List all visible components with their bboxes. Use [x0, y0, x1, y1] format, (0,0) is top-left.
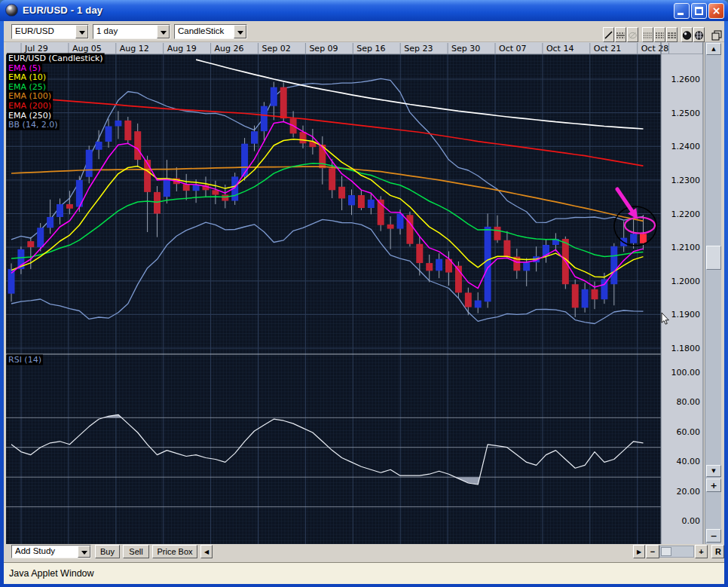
- sphere-checkered-button[interactable]: [693, 27, 705, 42]
- ellipse-tool-button-disabled: [627, 27, 638, 42]
- ellipse-disabled-icon: [628, 30, 638, 41]
- svg-text:Sep 09: Sep 09: [309, 44, 338, 54]
- symbol-select[interactable]: EUR/USD: [11, 24, 89, 39]
- svg-text:20.00: 20.00: [677, 487, 701, 497]
- chart-type-select[interactable]: CandleStick: [174, 24, 247, 39]
- sphere-checkered-icon: [694, 30, 704, 41]
- grid-density-2-icon: [655, 30, 665, 41]
- svg-text:EMA (25): EMA (25): [8, 82, 46, 92]
- line-draw-tool-button[interactable]: [603, 27, 614, 42]
- svg-text:1.1800: 1.1800: [671, 344, 701, 353]
- app-window: EUR/USD - 1 day × EUR/USD 1 day CandleSt…: [0, 0, 728, 587]
- grid-density-3-button[interactable]: [666, 27, 678, 42]
- grid-density-2-button[interactable]: [654, 27, 665, 42]
- svg-text:EMA (10): EMA (10): [8, 72, 46, 82]
- app-icon: [5, 4, 18, 17]
- chart-type-select-value: CandleStick: [178, 26, 224, 35]
- svg-text:Oct 07: Oct 07: [499, 44, 527, 54]
- status-text: Java Applet Window: [9, 568, 94, 579]
- svg-text:Oct 21: Oct 21: [594, 44, 622, 54]
- horizontal-lines-tool-button[interactable]: [615, 27, 626, 42]
- svg-text:Sep 02: Sep 02: [262, 44, 291, 54]
- svg-text:Sep 16: Sep 16: [356, 44, 385, 54]
- svg-text:40.00: 40.00: [677, 457, 701, 466]
- svg-text:1.2100: 1.2100: [671, 243, 701, 252]
- scroll-up-button[interactable]: ▲: [706, 43, 721, 55]
- bottom-toolbar: Add Study Buy Sell Price Box ◀ ▶ − + R: [4, 544, 724, 559]
- svg-text:1.2200: 1.2200: [671, 209, 701, 219]
- chart-type-dropdown-arrow-icon[interactable]: [234, 25, 246, 38]
- symbol-dropdown-arrow-icon[interactable]: [75, 25, 88, 38]
- svg-text:EUR/USD (Candlestick): EUR/USD (Candlestick): [8, 54, 103, 63]
- add-study-dropdown-arrow-icon[interactable]: [78, 546, 90, 558]
- zoom-in-horizontal-button[interactable]: +: [695, 545, 708, 558]
- horizontal-scroll-track[interactable]: [659, 546, 694, 558]
- status-bar: Java Applet Window: [4, 562, 724, 584]
- svg-text:1.2300: 1.2300: [671, 176, 701, 185]
- zoom-out-horizontal-button[interactable]: −: [646, 545, 659, 558]
- interval-dropdown-arrow-icon[interactable]: [157, 25, 170, 38]
- close-button[interactable]: ×: [708, 3, 724, 19]
- maximize-button[interactable]: [691, 3, 707, 19]
- sell-button[interactable]: Sell: [123, 545, 149, 558]
- sphere-dark-icon: [682, 30, 692, 41]
- buy-button[interactable]: Buy: [95, 545, 120, 558]
- grid-density-1-button[interactable]: [642, 27, 653, 42]
- svg-text:Jul 29: Jul 29: [24, 44, 48, 54]
- svg-text:1.1900: 1.1900: [671, 310, 701, 319]
- zoom-in-vertical-button[interactable]: +: [706, 478, 721, 492]
- svg-text:1.2500: 1.2500: [671, 109, 701, 118]
- minimize-button[interactable]: [674, 3, 690, 19]
- svg-text:EMA (200): EMA (200): [8, 101, 51, 111]
- interval-select[interactable]: 1 day: [93, 24, 170, 39]
- vertical-scroll-thumb[interactable]: [706, 246, 721, 270]
- date-axis: Jul 29Aug 05Aug 12Aug 19Aug 26Sep 02Sep …: [6, 42, 703, 54]
- svg-text:Sep 30: Sep 30: [451, 44, 480, 54]
- chart-area: Jul 29Aug 05Aug 12Aug 19Aug 26Sep 02Sep …: [4, 42, 724, 544]
- line-draw-icon: [604, 30, 613, 41]
- svg-text:Oct 28: Oct 28: [641, 44, 669, 54]
- price-axis[interactable]: 1.26001.25001.24001.23001.22001.21001.20…: [661, 42, 703, 544]
- horizontal-scroll-thumb[interactable]: [661, 547, 671, 556]
- svg-text:80.00: 80.00: [677, 397, 701, 407]
- status-area: Java Applet Window: [4, 559, 724, 584]
- svg-text:Aug 12: Aug 12: [120, 44, 149, 54]
- scroll-down-button[interactable]: ▼: [706, 465, 721, 477]
- titlebar[interactable]: EUR/USD - 1 day ×: [0, 0, 728, 21]
- svg-text:60.00: 60.00: [677, 427, 701, 437]
- svg-text:BB (14, 2.0): BB (14, 2.0): [8, 120, 58, 130]
- svg-text:Aug 19: Aug 19: [167, 44, 197, 54]
- vertical-scrollbar[interactable]: ▲ ▼ + −: [705, 42, 721, 544]
- svg-text:0.00: 0.00: [682, 516, 701, 526]
- maximize-icon: [695, 7, 703, 15]
- add-study-select[interactable]: Add Study: [11, 545, 91, 558]
- price-pane[interactable]: [6, 54, 661, 544]
- reset-view-button[interactable]: R: [711, 545, 724, 558]
- minimize-icon: [678, 13, 684, 15]
- svg-text:1.2400: 1.2400: [671, 142, 701, 151]
- grid-density-1-icon: [643, 30, 653, 41]
- pan-right-button[interactable]: ▶: [633, 545, 645, 558]
- svg-text:1.2600: 1.2600: [671, 75, 701, 84]
- cascade-windows-icon: [711, 29, 723, 41]
- svg-text:EMA (100): EMA (100): [8, 91, 51, 101]
- svg-text:Oct 14: Oct 14: [546, 44, 574, 54]
- toolbar: EUR/USD 1 day CandleStick: [4, 21, 724, 42]
- close-icon: ×: [712, 5, 721, 17]
- sphere-dark-button[interactable]: [681, 27, 693, 42]
- chart-svg[interactable]: Jul 29Aug 05Aug 12Aug 19Aug 26Sep 02Sep …: [4, 42, 705, 544]
- zoom-out-vertical-button[interactable]: −: [706, 529, 721, 543]
- svg-text:RSI (14): RSI (14): [8, 355, 41, 365]
- grid-density-3-icon: [667, 30, 677, 41]
- cascade-windows-button[interactable]: [709, 27, 724, 42]
- add-study-value: Add Study: [15, 546, 55, 555]
- svg-text:EMA (250): EMA (250): [8, 111, 51, 121]
- horizontal-lines-icon: [616, 30, 626, 41]
- svg-text:Aug 05: Aug 05: [72, 44, 102, 54]
- svg-text:100.00: 100.00: [671, 368, 701, 378]
- window-title: EUR/USD - 1 day: [23, 5, 102, 16]
- price-box-button[interactable]: Price Box: [152, 545, 197, 558]
- pan-left-button[interactable]: ◀: [200, 545, 213, 558]
- svg-text:Aug 26: Aug 26: [215, 44, 244, 54]
- svg-text:EMA (5): EMA (5): [8, 63, 41, 73]
